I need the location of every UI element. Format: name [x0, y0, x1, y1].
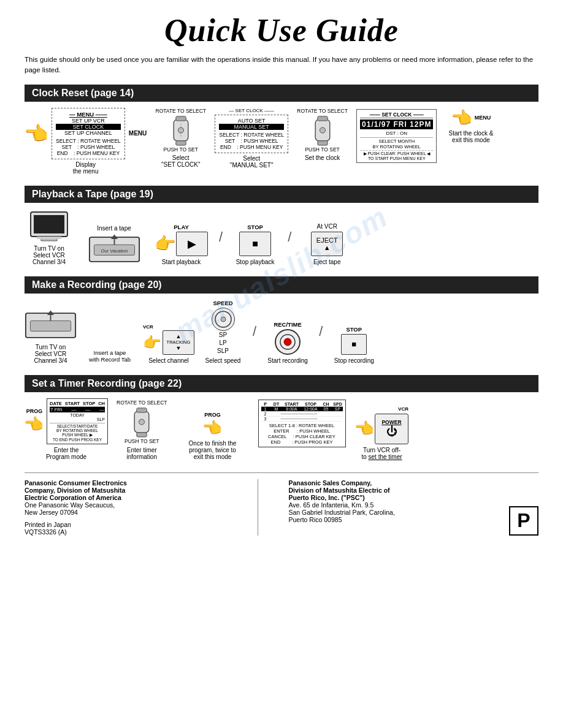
select-speed-label: Select speed [205, 357, 241, 364]
vcr-prog-display-box: P DT START STOP CH SPD 1 M 8:00A 12:00A … [258, 400, 346, 447]
select-channel-label: Select channel [148, 357, 189, 364]
svg-text:Our Vacation: Our Vacation [101, 248, 128, 253]
prog-h-stop: STOP [302, 402, 320, 406]
speed-label-top: SPEED [213, 300, 232, 306]
eject-tape-step: At VCR EJECT▲ Eject tape [302, 223, 351, 265]
timer-section: Set a Timer Recording (page 22) PROG 👉 D… [25, 375, 538, 460]
timer-rotate-step: ROTATE TO SELECT PUSH TO SET Enter timer… [117, 400, 167, 460]
playback-row: Turn TV onSelect VCRChannel 3/4 Insert a… [25, 209, 538, 265]
recording-header: Make a Recording (page 20) [25, 276, 538, 294]
footer-col-2: Panasonic Sales Company, Division of Mat… [289, 479, 491, 536]
footer-col-1: Panasonic Consumer Electronics Company, … [25, 479, 227, 536]
set-the-clock-label: Set the clock [305, 154, 340, 161]
playback-header: Playback a Tape (page 19) [25, 186, 538, 203]
push-to-set-label1: PUSH TO SET [164, 146, 198, 153]
timer-row: PROG 👉 DATE START STOP CH 7 FRI [25, 398, 538, 460]
prog-col-ch: CH [98, 401, 105, 406]
menu-item-set-clock: SET CLOCK [56, 124, 121, 130]
auto-set-item: AUTO SET [219, 118, 284, 124]
power-icon: ⏻ [386, 425, 397, 438]
start-playback-step: PLAY 👉 ▶ Start playback [155, 224, 208, 265]
prog-row1-ch: — [99, 407, 104, 412]
enter-prog-label: Enter theProgram mode [46, 447, 86, 460]
turn-tv-label: Turn TV onSelect VCRChannel 3/4 [33, 245, 66, 265]
clock-display-step: —— SET CLOCK —— 01/1/97 FRI 12PM DST : O… [356, 109, 437, 163]
footer-company-1b: Company, Division of Matsushita [25, 487, 227, 494]
at-vcr-label: At VCR [317, 223, 337, 230]
footer-address-1b: New Jersey 07094 [25, 509, 227, 516]
prog-col-stop: STOP [83, 401, 95, 406]
dial-icon-3 [130, 407, 153, 438]
hand-right-icon: 👉 [451, 108, 473, 128]
svg-rect-19 [30, 320, 71, 331]
prog-col-start: START [65, 401, 80, 406]
svg-point-23 [221, 317, 226, 322]
svg-point-25 [284, 338, 291, 346]
menu-title: — MENU —— [56, 111, 121, 118]
rec-vcr-tape-icon [25, 309, 77, 341]
footer-address-2b: San Gabriel Industrial Park, Carolina, [289, 509, 491, 516]
set-clock-dash-label: — SET CLOCK —— [229, 108, 274, 113]
stop-button-icon: ■ [239, 232, 271, 256]
rotate-to-select-label1: ROTATE TO SELECT [156, 108, 207, 114]
clock-step-manual-set: — SET CLOCK —— AUTO SET MANUAL SET SELEC… [215, 108, 288, 169]
footer-company-1a: Panasonic Consumer Electronics [25, 479, 227, 487]
prog-slp-label: SLP [50, 417, 105, 422]
prog-today-label: TODAY [50, 413, 105, 417]
timer-vcr-display-step: P DT START STOP CH SPD 1 M 8:00A 12:00A … [258, 400, 346, 447]
menu-item-setup-channel: SET UP CHANNEL [56, 130, 121, 136]
prog-row1-start: — [71, 407, 76, 412]
dial-icon-2 [311, 115, 334, 146]
rec-turn-tv-step: Turn TV onSelect VCRChannel 3/4 [25, 309, 77, 364]
channel-select-box: ▲ TRACKING ▼ [163, 330, 194, 355]
clock-display-box: —— SET CLOCK —— 01/1/97 FRI 12PM DST : O… [356, 109, 437, 163]
finish-prog-label: Once to finish theprogram, twice toexit … [189, 440, 237, 460]
footer-company-2b: Division of Matsushita Electric of [289, 487, 491, 494]
clock-display-title: —— SET CLOCK —— [360, 112, 433, 118]
dial-icon-1 [169, 115, 193, 146]
select-month-note: SELECT MONTHBY ROTATING WHEEL [360, 137, 433, 150]
footer-address-2c: Puerto Rico 00985 [289, 516, 491, 523]
tracking-label: TRACKING [167, 339, 191, 345]
prog-step-box: DATE START STOP CH 7 FRI — — — TODAY SL [47, 398, 108, 444]
vcr-down-label: ▼ [176, 345, 182, 351]
prog-label2: PROG [204, 412, 221, 418]
stop-label-top: STOP [247, 224, 263, 230]
insert-tape-rec-label: Insert a tapewith Record Tab [89, 349, 131, 363]
svg-rect-12 [37, 237, 61, 239]
timer-prog2-step: PROG 👉 Once to finish theprogram, twice … [176, 412, 250, 460]
footer-print-1: Printed in Japan [25, 521, 227, 528]
prog-select-note: SELECT/START/DATEBY ROTATING WHEELPUSH W… [50, 423, 105, 442]
start-playback-label: Start playback [162, 259, 201, 265]
separator-slash-1: / [219, 229, 223, 245]
speed-button-icon [212, 308, 235, 331]
tv-icon [28, 209, 71, 243]
menu-display-box: — MENU —— SET UP VCR SET CLOCK SET UP CH… [52, 108, 125, 159]
vcr-prog-row-1: 1 M 8:00A 12:00A 05 SP [261, 407, 343, 412]
push-to-set-label3: PUSH TO SET [124, 438, 159, 444]
footer-print-2: VQTS3326 (A) [25, 528, 227, 536]
rec-turn-tv-label: Turn TV onSelect VCRChannel 3/4 [34, 344, 67, 364]
separator-slash-2: / [288, 229, 291, 245]
page-title: Quick Use Guide [25, 12, 538, 48]
svg-rect-28 [137, 432, 147, 436]
set-clock-instructions: SELECT : ROTATE WHEEL SET : PUSH WHEEL E… [219, 132, 284, 150]
insert-tape-step: Insert a tape Our Vacation [83, 225, 145, 265]
display-menu-label: Displaythe menu [73, 161, 99, 175]
rotate-to-select-label2: ROTATE TO SELECT [297, 108, 348, 114]
stop-recording-step: STOP ■ Stop recording [332, 326, 375, 364]
rotate-select-label3: ROTATE TO SELECT [117, 400, 167, 406]
clock-step-clock-display: ROTATE TO SELECT PUSH TO SET Set the clo… [293, 108, 351, 161]
clock-time-display: 01/1/97 FRI 12PM [360, 119, 433, 129]
prog-h-spd: SPD [333, 402, 343, 406]
hand-prog2-icon: 👉 [203, 419, 223, 438]
rec-insert-tape-step: Insert a tapewith Record Tab [85, 349, 134, 364]
eject-tape-label: Eject tape [313, 259, 340, 265]
set-clock-box: AUTO SET MANUAL SET SELECT : ROTATE WHEE… [215, 115, 288, 153]
hand-pointing-icon: 👉 [25, 122, 49, 145]
recording-row: Turn TV onSelect VCRChannel 3/4 Insert a… [25, 300, 538, 364]
footer-company-2c: Puerto Rico, Inc. ("PSC") [289, 494, 491, 501]
svg-rect-7 [317, 140, 327, 145]
vcr-icon: Our Vacation [88, 233, 140, 265]
clock-reset-row: 👉 — MENU —— SET UP VCR SET CLOCK SET UP … [25, 108, 538, 175]
